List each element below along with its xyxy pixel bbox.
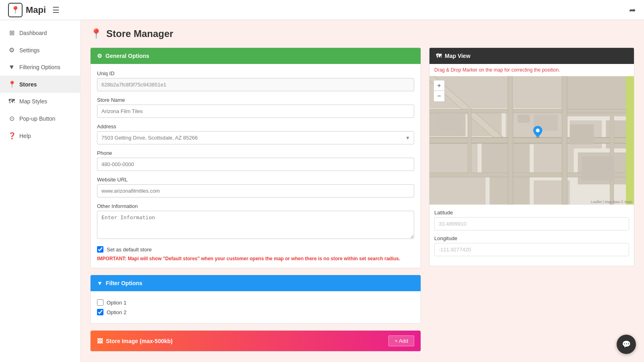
svg-rect-29 [468, 109, 471, 173]
longitude-group: Longitude [434, 235, 629, 256]
svg-rect-2 [514, 76, 562, 109]
website-input[interactable] [97, 184, 414, 197]
svg-rect-37 [582, 156, 614, 181]
map-drag-hint: Drag & Drop Marker on the map for correc… [429, 64, 634, 76]
zoom-out-button[interactable]: − [434, 91, 444, 101]
latitude-group: Latitude [434, 210, 629, 230]
address-wrapper: 7503 Getting Drive, Scottsdale, AZ 85266… [97, 131, 414, 144]
default-store-label: Set as default store [107, 247, 152, 253]
sidebar-item-filtering[interactable]: ▼ Filtering Options [0, 59, 80, 76]
filter-options-title: Filter Options [106, 280, 142, 286]
map-svg [429, 76, 634, 205]
sidebar-item-settings[interactable]: ⚙ Settings [0, 41, 80, 59]
latitude-input[interactable] [434, 217, 629, 230]
filter-option-2: Option 2 [97, 307, 414, 317]
svg-rect-35 [570, 124, 594, 144]
sidebar-item-label: Pop-up Button [19, 115, 56, 122]
map-header: 🗺 Map View [429, 48, 634, 64]
svg-rect-33 [518, 115, 530, 123]
other-info-textarea[interactable] [97, 211, 414, 239]
store-image-title: 🖼 Store Image (max-500kb) [97, 338, 173, 344]
map-zoom-controls: + − [433, 80, 445, 102]
store-name-group: Store Name [97, 97, 414, 118]
address-select[interactable]: 7503 Getting Drive, Scottsdale, AZ 85266 [97, 131, 414, 144]
store-name-input[interactable] [97, 105, 414, 118]
store-image-header: 🖼 Store Image (max-500kb) + Add [91, 331, 421, 351]
app-name: Mapi [26, 5, 46, 15]
general-options-title: General Options [105, 53, 149, 59]
sidebar-item-label: Help [19, 133, 31, 139]
sidebar-item-dashboard[interactable]: ⊞ Dashboard [0, 24, 80, 41]
sidebar-item-help[interactable]: ❓ Help [0, 127, 80, 144]
topnav-left: 📍 Mapi ☰ [8, 3, 60, 17]
general-options-body: Uniq ID Store Name Address [91, 64, 421, 268]
main-layout: ⊞ Dashboard ⚙ Settings ▼ Filtering Optio… [0, 20, 644, 362]
sidebar: ⊞ Dashboard ⚙ Settings ▼ Filtering Optio… [0, 20, 80, 362]
longitude-input[interactable] [434, 243, 629, 256]
sidebar-item-label: Stores [19, 81, 37, 88]
filter-icon: ▼ [97, 280, 103, 286]
hamburger-menu[interactable]: ☰ [52, 5, 60, 15]
address-label: Address [97, 123, 414, 130]
important-prefix: IMPORTANT: [97, 256, 126, 261]
store-name-label: Store Name [97, 97, 414, 103]
chat-bubble[interactable]: 💬 [617, 335, 636, 354]
logo-icon: 📍 [8, 3, 23, 17]
svg-rect-27 [562, 76, 567, 205]
add-image-button[interactable]: + Add [388, 335, 414, 346]
uniq-id-input[interactable] [97, 78, 414, 91]
general-options-card: ⚙ General Options Uniq ID Store Name [90, 47, 421, 268]
svg-point-39 [536, 128, 540, 132]
settings-icon: ⚙ [8, 46, 15, 54]
store-image-title-text: Store Image (max-500kb) [106, 338, 173, 344]
map-marker[interactable] [533, 126, 543, 138]
important-message: Mapi will show "Default stores" when you… [128, 256, 400, 261]
filter-icon: ▼ [8, 64, 15, 71]
svg-rect-25 [508, 76, 513, 205]
svg-rect-36 [438, 115, 462, 131]
popup-icon: ⊙ [8, 115, 15, 122]
filter-option-1: Option 1 [97, 298, 414, 307]
content-grid: ⚙ General Options Uniq ID Store Name [90, 47, 634, 352]
filter-options-body: Option 1 Option 2 [91, 291, 421, 323]
gear-icon: ⚙ [97, 53, 102, 59]
sidebar-item-label: Map Styles [19, 98, 47, 105]
svg-rect-32 [626, 76, 634, 205]
filter-checkbox-1[interactable] [97, 299, 103, 306]
phone-input[interactable] [97, 158, 414, 171]
address-group: Address 7503 Getting Drive, Scottsdale, … [97, 123, 414, 144]
filter-checkbox-2[interactable] [97, 309, 103, 315]
dashboard-icon: ⊞ [8, 29, 15, 37]
stores-icon: 📍 [8, 80, 15, 88]
map-container[interactable]: + − [429, 76, 634, 205]
svg-rect-21 [429, 109, 634, 113]
marker-svg [533, 126, 543, 138]
svg-rect-11 [534, 140, 574, 173]
main-content: 📍 Store Manager ⚙ General Options [80, 20, 644, 362]
filter-label-2: Option 2 [107, 309, 126, 315]
sidebar-item-stores[interactable]: 📍 Stores [0, 76, 80, 93]
help-icon: ❓ [8, 132, 15, 140]
sidebar-item-label: Filtering Options [19, 64, 60, 70]
logout-button[interactable]: ➦ [629, 5, 636, 15]
map-attribution: Leaflet | Map data © Mapi [591, 200, 632, 204]
website-label: Website URL [97, 177, 414, 183]
map-icon: 🗺 [436, 53, 442, 59]
latitude-label: Latitude [434, 210, 629, 216]
uniq-id-label: Uniq ID [97, 70, 414, 76]
default-store-row: Set as default store [97, 246, 414, 253]
phone-group: Phone [97, 150, 414, 171]
top-navigation: 📍 Mapi ☰ ➦ [0, 0, 644, 20]
zoom-in-button[interactable]: + [434, 80, 444, 91]
sidebar-item-map-styles[interactable]: 🗺 Map Styles [0, 93, 80, 110]
uniq-id-group: Uniq ID [97, 70, 414, 91]
image-icon: 🖼 [97, 338, 103, 344]
sidebar-item-popup-button[interactable]: ⊙ Pop-up Button [0, 110, 80, 127]
general-options-header: ⚙ General Options [91, 48, 421, 64]
important-notice: IMPORTANT: Mapi will show "Default store… [97, 256, 414, 261]
svg-rect-19 [429, 138, 634, 143]
page-title: 📍 Store Manager [90, 28, 634, 39]
website-group: Website URL [97, 177, 414, 197]
default-store-checkbox[interactable] [97, 246, 103, 253]
map-footer: Latitude Longitude [429, 205, 634, 266]
